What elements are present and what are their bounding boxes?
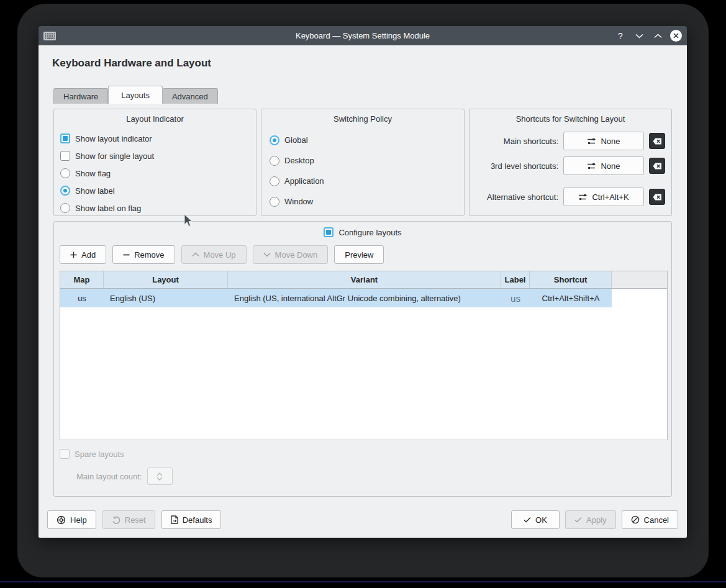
close-button[interactable]	[670, 30, 682, 42]
column-header-variant[interactable]: Variant	[228, 271, 501, 288]
add-button[interactable]: Add	[60, 245, 106, 264]
cell-label-text: us	[510, 293, 520, 304]
help-button[interactable]: Help	[47, 510, 96, 529]
column-header-layout[interactable]: Layout	[104, 271, 228, 288]
main-layout-count-label: Main layout count:	[76, 472, 142, 481]
settings-window: Keyboard — System Settings Module ? Keyb…	[39, 26, 687, 538]
plus-icon	[70, 251, 77, 258]
clear-alternative-shortcut-button[interactable]	[649, 189, 665, 205]
checkbox-configure-layouts[interactable]: Configure layouts	[324, 227, 401, 238]
radio-icon	[270, 156, 279, 166]
radio-global[interactable]: Global	[268, 130, 464, 150]
chevron-up-icon	[192, 252, 199, 257]
main-layout-count-spinner[interactable]	[147, 468, 173, 485]
layouts-table[interactable]: Map Layout Variant Label Shortcut us Eng…	[60, 271, 668, 440]
move-up-button[interactable]: Move Up	[181, 245, 247, 264]
option-label: Window	[284, 197, 313, 206]
column-header-map[interactable]: Map	[60, 271, 104, 288]
defaults-button[interactable]: Defaults	[161, 510, 222, 529]
radio-show-label-on-flag[interactable]: Show label on flag	[60, 199, 256, 217]
top-groupboxes: Layout Indicator Show layout indicator S…	[53, 109, 672, 216]
ok-button[interactable]: OK	[511, 510, 560, 529]
tab-hardware[interactable]: Hardware	[53, 88, 108, 104]
backspace-icon	[653, 194, 662, 201]
radio-window[interactable]: Window	[268, 191, 464, 212]
radio-show-label[interactable]: Show label	[60, 182, 256, 199]
titlebar[interactable]: Keyboard — System Settings Module ?	[39, 26, 687, 45]
tab-label: Hardware	[63, 92, 98, 101]
option-label: Show flag	[75, 169, 111, 178]
main-layout-count-row: Main layout count:	[76, 468, 173, 485]
document-revert-icon	[171, 515, 178, 524]
move-down-button[interactable]: Move Down	[253, 245, 329, 264]
preview-button[interactable]: Preview	[334, 245, 384, 264]
checkbox-show-for-single-layout[interactable]: Show for single layout	[60, 147, 256, 165]
tab-bar: Hardware Layouts Advanced	[53, 86, 218, 104]
apply-button[interactable]: Apply	[565, 510, 616, 529]
cancel-button[interactable]: Cancel	[622, 510, 678, 529]
main-shortcut-button[interactable]: None	[563, 132, 644, 150]
table-row[interactable]: us English (US) English (US, internation…	[60, 289, 667, 307]
cell-label[interactable]: us	[501, 289, 530, 307]
radio-icon	[270, 176, 279, 186]
shortcut-label: Main shortcuts:	[504, 137, 558, 146]
help-icon[interactable]: ?	[614, 30, 627, 42]
configure-shortcut-icon	[578, 192, 588, 202]
column-header-label[interactable]: Label	[501, 271, 530, 288]
shortcut-label: Alternative shortcut:	[487, 192, 558, 202]
cell-layout[interactable]: English (US)	[104, 289, 228, 307]
help-lifering-icon	[57, 515, 66, 525]
tab-advanced[interactable]: Advanced	[163, 88, 218, 104]
minimize-button[interactable]	[633, 30, 645, 42]
reset-button[interactable]: Reset	[102, 510, 155, 529]
button-label: Remove	[134, 250, 164, 260]
shortcut-value: None	[601, 161, 620, 171]
table-header[interactable]: Map Layout Variant Label Shortcut	[60, 271, 667, 289]
radio-show-flag[interactable]: Show flag	[60, 165, 256, 182]
option-label: Show label	[75, 186, 115, 196]
checkbox-spare-layouts[interactable]: Spare layouts	[60, 445, 124, 463]
chevron-down-icon	[263, 252, 271, 257]
button-label: Move Up	[204, 250, 236, 260]
cell-variant[interactable]: English (US, international AltGr Unicode…	[228, 289, 501, 307]
check-icon	[574, 517, 582, 523]
radio-icon	[60, 203, 70, 213]
radio-application[interactable]: Application	[268, 171, 464, 191]
clear-main-shortcut-button[interactable]	[649, 133, 665, 149]
check-icon	[524, 517, 531, 523]
radio-desktop[interactable]: Desktop	[268, 150, 464, 171]
alternative-shortcut-button[interactable]: Ctrl+Alt+K	[563, 188, 644, 206]
button-label: Move Down	[275, 250, 318, 260]
clear-third-level-shortcut-button[interactable]	[649, 158, 665, 174]
shortcut-row-main: Main shortcuts: None	[504, 132, 665, 150]
maximize-button[interactable]	[651, 30, 664, 42]
cell-filler	[612, 289, 667, 307]
cell-map[interactable]: us	[60, 289, 104, 307]
checkbox-icon	[324, 227, 334, 237]
option-label: Desktop	[284, 156, 314, 165]
remove-button[interactable]: Remove	[112, 245, 175, 264]
backspace-icon	[653, 138, 662, 145]
cell-shortcut[interactable]: Ctrl+Alt+Shift+A	[530, 289, 612, 307]
column-header-shortcut[interactable]: Shortcut	[530, 271, 612, 288]
button-label: Preview	[345, 250, 373, 260]
tab-label: Layouts	[121, 91, 150, 100]
backspace-icon	[653, 163, 662, 170]
button-label: Add	[81, 250, 96, 260]
dialog-footer: Help Reset Defaults O	[47, 510, 678, 529]
groupbox-configure-layouts: Configure layouts Add Remove Move Up	[53, 221, 672, 497]
groupbox-title: Shortcuts for Switching Layout	[470, 109, 671, 124]
column-header-filler	[612, 271, 667, 288]
option-label: Global	[284, 135, 308, 145]
option-label: Spare layouts	[75, 450, 124, 459]
tab-layouts[interactable]: Layouts	[108, 86, 163, 104]
cancel-icon	[631, 515, 640, 524]
spinner-up-icon	[157, 473, 163, 476]
shortcut-label: 3rd level shortcuts:	[491, 161, 558, 171]
radio-icon	[60, 168, 70, 178]
radio-icon	[270, 197, 279, 207]
groupbox-shortcuts: Shortcuts for Switching Layout Main shor…	[469, 109, 672, 216]
checkbox-show-layout-indicator[interactable]: Show layout indicator	[60, 130, 256, 147]
button-label: Cancel	[644, 515, 669, 525]
third-level-shortcut-button[interactable]: None	[563, 156, 644, 175]
